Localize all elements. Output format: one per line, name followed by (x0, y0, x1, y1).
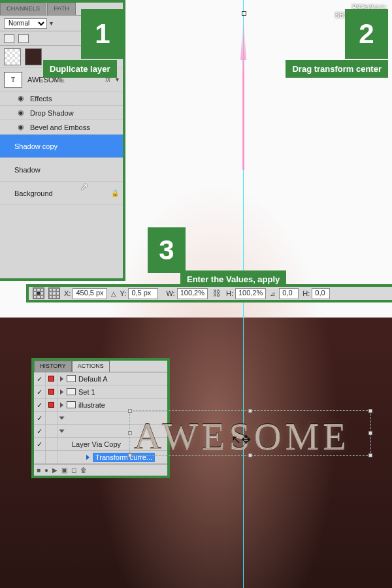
handle-tr[interactable] (368, 409, 372, 413)
record-slot[interactable] (46, 372, 57, 385)
y-label: Y: (120, 289, 127, 297)
record-slot[interactable] (46, 425, 57, 437)
reference-point-icon[interactable] (33, 287, 44, 299)
set-illustrate-label: illustrate (78, 401, 105, 409)
angle-icon: ⊿ (270, 290, 275, 297)
record-dot-icon (48, 389, 54, 395)
disclosure-triangle-icon[interactable] (59, 429, 65, 433)
record-slot[interactable] (46, 451, 57, 463)
h-input[interactable]: 100,2% (235, 288, 266, 299)
effect-bevel-label: Bevel and Emboss (30, 123, 90, 131)
angle-input[interactable]: 0,0 (279, 288, 299, 299)
set-default-label: Default A (78, 375, 108, 383)
tab-paths[interactable]: PATH (47, 3, 76, 15)
text-layer-icon: T (4, 72, 22, 88)
x-field-group: X: 450,5 px (64, 288, 107, 299)
record-dot-icon (48, 376, 54, 382)
drag-arrow (240, 13, 246, 170)
disclosure-triangle-icon[interactable] (60, 402, 63, 408)
lock-transparency-icon[interactable] (4, 34, 14, 43)
play-icon[interactable]: ▶ (52, 466, 57, 474)
layer-thumb-checker[interactable] (4, 48, 21, 65)
layer-background[interactable]: Background 🔒 (0, 182, 123, 205)
h-label: H: (226, 289, 233, 297)
visibility-icon[interactable] (17, 94, 25, 103)
callout-3: 3 (148, 227, 186, 273)
record-dot-icon (48, 402, 54, 408)
visibility-icon[interactable] (17, 123, 25, 131)
record-icon[interactable]: ● (44, 466, 48, 474)
transform-options-bar: X: 450,5 px △ Y: 0,5 px W: 100,2% ⛓ H: 1… (26, 284, 392, 302)
record-slot[interactable] (46, 385, 57, 398)
disclosure-triangle-icon[interactable] (60, 389, 63, 395)
handle-br[interactable] (368, 453, 372, 457)
move-cursor-icon: ↖✥ (231, 433, 251, 447)
effects-header[interactable]: Effects (0, 91, 123, 106)
effect-bevel-emboss[interactable]: Bevel and Emboss (0, 120, 123, 135)
new-action-icon[interactable]: ◻ (71, 466, 76, 474)
toggle-check-icon[interactable] (34, 451, 46, 463)
action-set-illustrate[interactable]: illustrate (34, 399, 167, 412)
delta-icon: △ (111, 290, 116, 297)
toggle-check-icon[interactable] (34, 438, 46, 450)
x-input[interactable]: 450,5 px (73, 288, 106, 299)
actions-panel-footer: ■ ● ▶ ▣ ◻ 🗑 (34, 464, 167, 476)
blend-mode-select[interactable]: Normal (4, 18, 47, 29)
disclosure-triangle-icon[interactable] (60, 376, 63, 382)
new-set-icon[interactable]: ▣ (61, 466, 67, 474)
tab-channels[interactable]: CHANNELS (0, 3, 46, 15)
skew-h-input[interactable]: 0,0 (312, 288, 330, 299)
callout-2-num: 2 (359, 20, 374, 48)
visibility-icon[interactable] (17, 108, 25, 117)
disclosure-triangle-icon[interactable] (86, 455, 90, 460)
toggle-check-icon[interactable] (34, 399, 46, 411)
set-1-label: Set 1 (78, 388, 95, 396)
callout-1: 1 (81, 9, 124, 59)
folder-icon (67, 388, 76, 395)
w-input[interactable]: 100,2% (177, 288, 208, 299)
layer-shadow[interactable]: Shadow (0, 158, 123, 182)
y-input[interactable]: 0,5 px (128, 288, 158, 299)
reference-point-icon-2[interactable] (48, 287, 60, 299)
effect-drop-shadow[interactable]: Drop Shadow (0, 106, 123, 120)
trash-icon[interactable]: 🗑 (80, 466, 87, 474)
layer-shadow-copy-label: Shadow copy (14, 142, 57, 150)
toggle-check-icon[interactable] (34, 425, 46, 437)
stop-icon[interactable]: ■ (37, 466, 41, 474)
handle-mr[interactable] (368, 431, 372, 435)
disclosure-triangle-icon[interactable] (59, 416, 65, 419)
step-layer-via-copy-label: Layer Via Copy (72, 440, 121, 448)
layer-thumb-dark[interactable] (25, 48, 42, 65)
effects-label: Effects (30, 95, 52, 103)
callout-2-caption: Drag transform center (286, 60, 388, 78)
dropdown-arrow-icon: ▾ (50, 20, 53, 27)
callout-1-caption: Duplicate layer (43, 60, 117, 78)
w-field-group: W: 100,2% (166, 288, 208, 299)
record-slot[interactable] (46, 412, 57, 424)
action-set-1[interactable]: Set 1 (34, 385, 167, 399)
lock-icon: 🔒 (111, 189, 119, 197)
toggle-check-icon[interactable] (34, 372, 46, 385)
layer-background-label: Background (14, 189, 53, 197)
lock-pixels-icon[interactable] (18, 34, 29, 43)
record-slot[interactable] (46, 438, 57, 450)
h-field-group: H: 100,2% (226, 288, 266, 299)
action-set-default[interactable]: Default A (34, 372, 167, 385)
tab-history[interactable]: HISTORY (34, 361, 72, 372)
transform-center-handle[interactable] (242, 11, 246, 16)
skew-h-group: H: 0,0 (302, 288, 330, 299)
tab-actions[interactable]: ACTIONS (72, 361, 110, 372)
toggle-check-icon[interactable] (34, 385, 46, 398)
toggle-check-icon[interactable] (34, 412, 46, 424)
handle-bl[interactable] (128, 453, 132, 457)
handle-tl[interactable] (128, 409, 132, 413)
x-label: X: (64, 289, 71, 297)
folder-icon (67, 401, 76, 408)
link-aspect-icon[interactable]: ⛓ (212, 289, 222, 298)
handle-tc[interactable] (248, 409, 252, 413)
skew-h-label: H: (302, 289, 310, 297)
layer-shadow-copy[interactable]: Shadow copy (0, 135, 123, 158)
record-slot[interactable] (46, 399, 57, 411)
handle-ml[interactable] (128, 431, 132, 435)
actions-tabs: HISTORY ACTIONS (34, 361, 167, 372)
